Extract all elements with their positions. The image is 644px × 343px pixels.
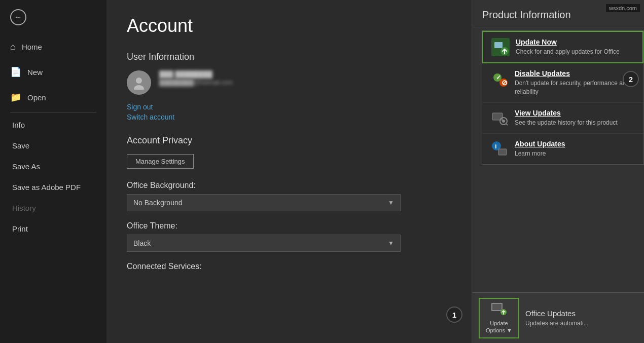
office-updates-bar: UpdateOptions ▼ Office Updates Updates a…	[472, 292, 644, 343]
step-2-circle: 2	[623, 71, 639, 87]
sidebar-item-info[interactable]: Info	[0, 115, 106, 135]
sidebar-item-save-as[interactable]: Save As	[0, 156, 106, 177]
about-updates-item[interactable]: i About Updates Learn more	[482, 134, 643, 164]
view-updates-desc: See the update history for this product	[515, 119, 618, 127]
view-updates-item[interactable]: View Updates See the update history for …	[482, 103, 643, 134]
user-name: ███ ████████	[159, 70, 233, 78]
disable-updates-text: Disable Updates Don't update for securit…	[515, 69, 635, 96]
office-updates-text: Office Updates Updates are automati...	[525, 309, 589, 327]
sidebar-item-print[interactable]: Print	[0, 218, 106, 239]
sidebar: ← ⌂ Home 📄 New 📁 Open Info Save Save As …	[0, 0, 106, 343]
disable-updates-title: Disable Updates	[515, 69, 635, 78]
open-icon: 📁	[10, 92, 21, 103]
new-icon: 📄	[10, 66, 21, 78]
about-updates-text: About Updates Learn more	[515, 140, 565, 158]
product-panel: Product Information Update Now Check for…	[472, 0, 644, 343]
step-1-circle: 1	[446, 307, 462, 323]
update-now-desc: Check for and apply updates for Office	[516, 48, 620, 56]
disable-updates-icon: ✓ ⊘	[490, 69, 509, 88]
sidebar-home-label: Home	[22, 43, 42, 51]
bg-value: No Background	[133, 199, 183, 207]
back-circle-icon: ←	[10, 9, 26, 25]
sidebar-item-new[interactable]: 📄 New	[0, 59, 106, 85]
update-options-button[interactable]: UpdateOptions ▼	[479, 298, 519, 338]
svg-point-0	[136, 78, 142, 84]
theme-value: Black	[133, 239, 151, 247]
home-icon: ⌂	[10, 42, 16, 52]
svg-text:✓: ✓	[496, 74, 501, 81]
svg-rect-17	[492, 304, 502, 310]
sidebar-item-open[interactable]: 📁 Open	[0, 85, 106, 110]
manage-settings-button[interactable]: Manage Settings	[127, 154, 194, 169]
sidebar-new-label: New	[27, 68, 43, 77]
bg-dropdown-arrow: ▼	[388, 199, 394, 206]
svg-text:⊘: ⊘	[502, 79, 508, 87]
sidebar-divider	[10, 112, 96, 112]
theme-dropdown[interactable]: Black ▼	[127, 235, 401, 252]
user-details: ███ ████████ ████████@hotmail.com	[159, 70, 233, 86]
main-content: Account User Information ███ ████████ ██…	[106, 0, 644, 343]
update-options-menu: Update Now Check for and apply updates f…	[482, 30, 644, 165]
disable-updates-item[interactable]: ✓ ⊘ Disable Updates Don't update for sec…	[482, 63, 643, 103]
bg-dropdown[interactable]: No Background ▼	[127, 194, 401, 211]
about-updates-desc: Learn more	[515, 149, 565, 158]
avatar	[127, 70, 151, 95]
office-updates-title: Office Updates	[525, 309, 589, 318]
svg-rect-3	[494, 42, 503, 48]
update-now-title: Update Now	[516, 38, 620, 46]
sidebar-item-save[interactable]: Save	[0, 135, 106, 156]
view-updates-text: View Updates See the update history for …	[515, 109, 618, 127]
sidebar-item-history: History	[0, 198, 106, 218]
update-options-icon	[491, 302, 507, 318]
update-now-text: Update Now Check for and apply updates f…	[516, 38, 620, 56]
about-updates-icon: i	[490, 140, 509, 158]
back-button[interactable]: ←	[0, 0, 106, 34]
disable-updates-desc: Don't update for security, performance a…	[515, 79, 635, 96]
sidebar-item-save-adobe[interactable]: Save as Adobe PDF	[0, 177, 106, 198]
about-updates-title: About Updates	[515, 140, 565, 148]
view-updates-icon	[490, 109, 509, 127]
svg-point-1	[134, 85, 144, 90]
user-email: ████████@hotmail.com	[159, 79, 233, 86]
update-now-icon	[491, 38, 510, 56]
svg-line-12	[506, 124, 508, 125]
sidebar-open-label: Open	[27, 93, 46, 102]
svg-point-11	[502, 120, 505, 123]
update-now-item[interactable]: Update Now Check for and apply updates f…	[482, 31, 643, 63]
sidebar-item-home[interactable]: ⌂ Home	[0, 34, 106, 59]
office-updates-desc: Updates are automati...	[525, 320, 589, 327]
update-options-btn-label: UpdateOptions ▼	[486, 320, 512, 333]
theme-dropdown-arrow: ▼	[388, 240, 394, 247]
svg-text:i: i	[495, 142, 497, 150]
watermark: wsxdn.com	[606, 4, 640, 12]
view-updates-title: View Updates	[515, 109, 618, 117]
svg-rect-15	[498, 149, 507, 155]
